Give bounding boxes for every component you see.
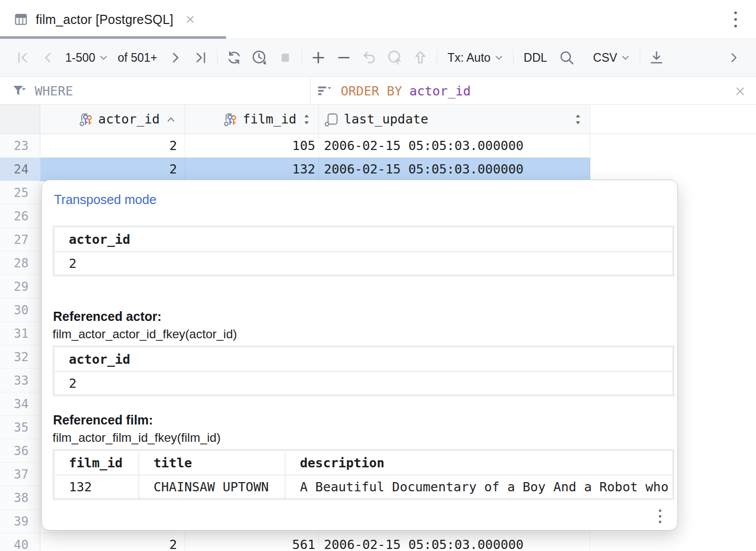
record-value[interactable]: 2 [55, 251, 672, 274]
row-number-cell[interactable]: 31 [0, 322, 40, 345]
filter-sort-bar: WHERE ORDER BY actor_id [0, 77, 756, 105]
column-header-last-update[interactable]: last_update [319, 105, 590, 134]
row-number-cell[interactable]: 24 [0, 158, 40, 181]
sortable-icon [301, 113, 312, 126]
referenced-actor-title: Referenced actor: [53, 309, 675, 324]
export-format-dropdown[interactable]: CSV [590, 51, 633, 65]
cell-actor-id[interactable]: 2 [40, 533, 185, 551]
column-header-film-id[interactable]: film_id [185, 105, 319, 134]
order-by-field[interactable]: ORDER BY actor_id [316, 77, 471, 105]
next-page-icon[interactable] [166, 46, 185, 69]
sortable-icon [572, 113, 584, 126]
grid-header-row: actor_id [0, 105, 756, 134]
order-by-keyword: ORDER BY [341, 84, 402, 98]
row-number-cell[interactable]: 33 [0, 369, 40, 392]
row-number-cell[interactable]: 40 [0, 533, 40, 551]
ddl-button[interactable]: DDL [521, 51, 550, 65]
referenced-film-header-row: film_id title description [55, 451, 672, 474]
row-number-cell[interactable]: 32 [0, 345, 40, 369]
cell-film-id[interactable]: 105 [185, 134, 319, 158]
row-number-cell[interactable]: 34 [0, 392, 40, 416]
referenced-actor-table: actor_id 2 [53, 345, 674, 396]
clear-filter-close-icon[interactable] [733, 84, 748, 99]
tab-bar: film_actor [PostgreSQL] [0, 0, 756, 39]
find-icon[interactable] [558, 46, 576, 69]
cell-film-id[interactable]: 561 [185, 533, 319, 551]
row-number-cell[interactable]: 39 [0, 510, 40, 533]
cell-last-update[interactable]: 2006-02-15 05:05:03.000000 [319, 158, 590, 181]
table-row: 2321052006-02-15 05:05:03.000000 [0, 134, 756, 158]
order-by-value: actor_id [409, 84, 470, 98]
referenced-film-value-row: 132 CHAINSAW UPTOWN A Beautiful Document… [55, 474, 672, 498]
row-number-cell[interactable]: 29 [0, 275, 40, 298]
row-number-cell[interactable]: 37 [0, 463, 40, 486]
first-page-icon[interactable] [13, 46, 32, 69]
where-filter-field[interactable]: WHERE [11, 77, 73, 105]
referenced-film-value[interactable]: 132 [55, 475, 138, 498]
cell-actor-id[interactable]: 2 [40, 134, 185, 158]
query-history-icon[interactable] [250, 46, 269, 69]
cell-last-update[interactable]: 2006-02-15 05:05:03.000000 [319, 134, 590, 158]
ddl-label: DDL [524, 51, 547, 65]
record-table: actor_id 2 [53, 226, 674, 277]
referenced-film-column-header: title [138, 451, 285, 474]
filter-funnel-icon [11, 83, 28, 98]
export-format-label: CSV [593, 51, 617, 65]
chevron-down-icon [99, 55, 108, 61]
where-label: WHERE [35, 84, 73, 98]
chevron-down-icon [621, 55, 629, 61]
row-number-cell[interactable]: 28 [0, 252, 40, 275]
tab-title: film_actor [PostgreSQL] [36, 12, 173, 27]
referenced-film-column-header: description [285, 451, 672, 474]
primary-foreign-key-icon [223, 112, 238, 127]
cell-actor-id[interactable]: 2 [40, 158, 185, 181]
revert-changes-icon[interactable] [360, 46, 379, 69]
editor-kebab-menu-icon[interactable] [727, 11, 744, 28]
transposed-mode-link[interactable]: Transposed mode [54, 192, 157, 207]
chevron-down-icon [495, 55, 503, 61]
toolbar-separator [513, 50, 514, 65]
datagrip-data-editor: film_actor [PostgreSQL] [0, 0, 756, 551]
row-number-cell[interactable]: 38 [0, 486, 40, 510]
stop-query-icon[interactable] [276, 46, 294, 69]
total-rows-label: of 501+ [118, 51, 157, 65]
cell-film-id[interactable]: 132 [185, 158, 319, 181]
table-row: 2421322006-02-15 05:05:03.000000 [0, 158, 756, 181]
row-number-cell[interactable]: 27 [0, 228, 40, 252]
tx-mode-dropdown[interactable]: Tx: Auto [444, 51, 506, 65]
referenced-actor-value[interactable]: 2 [55, 371, 672, 394]
last-page-icon[interactable] [192, 46, 210, 69]
cell-last-update[interactable]: 2006-02-15 05:05:03.000000 [319, 533, 590, 551]
row-number-cell[interactable]: 26 [0, 205, 40, 228]
table-icon [13, 12, 29, 27]
row-number-cell[interactable]: 36 [0, 439, 40, 463]
row-number-cell[interactable]: 25 [0, 181, 40, 205]
previous-page-icon[interactable] [39, 46, 57, 69]
row-number-cell[interactable]: 30 [0, 298, 40, 322]
reload-data-icon[interactable] [225, 46, 243, 69]
record-view-popup: Transposed mode actor_id 2 Referenced ac… [41, 180, 678, 531]
sort-ascending-icon [164, 114, 178, 125]
popup-kebab-menu-icon[interactable] [651, 507, 669, 527]
column-name: last_update [344, 112, 429, 127]
add-row-icon[interactable] [309, 46, 327, 69]
referenced-film-value[interactable]: CHAINSAW UPTOWN [138, 475, 285, 498]
tab-film-actor[interactable]: film_actor [PostgreSQL] [0, 0, 206, 39]
export-download-icon[interactable] [647, 46, 666, 69]
row-number-cell[interactable]: 35 [0, 416, 40, 439]
filter-bar-separator [310, 77, 311, 105]
sort-lines-icon [316, 83, 334, 98]
row-number-header-cell[interactable] [0, 105, 40, 134]
delete-row-icon[interactable] [335, 46, 353, 69]
submit-changes-icon[interactable] [386, 46, 404, 69]
toolbar-separator [217, 50, 218, 65]
page-size-dropdown[interactable]: 1-500 [62, 51, 111, 65]
row-number-cell[interactable]: 23 [0, 134, 40, 158]
total-rows-label-group: of 501+ [115, 51, 160, 65]
tab-close-icon[interactable] [185, 14, 196, 25]
referenced-film-value[interactable]: A Beautiful Documentary of a Boy And a R… [285, 475, 672, 498]
column-header-actor-id[interactable]: actor_id [40, 105, 185, 134]
toolbar-separator [437, 50, 437, 65]
toolbar-overflow-chevron-icon[interactable] [724, 46, 743, 69]
push-changes-icon[interactable] [411, 46, 430, 69]
